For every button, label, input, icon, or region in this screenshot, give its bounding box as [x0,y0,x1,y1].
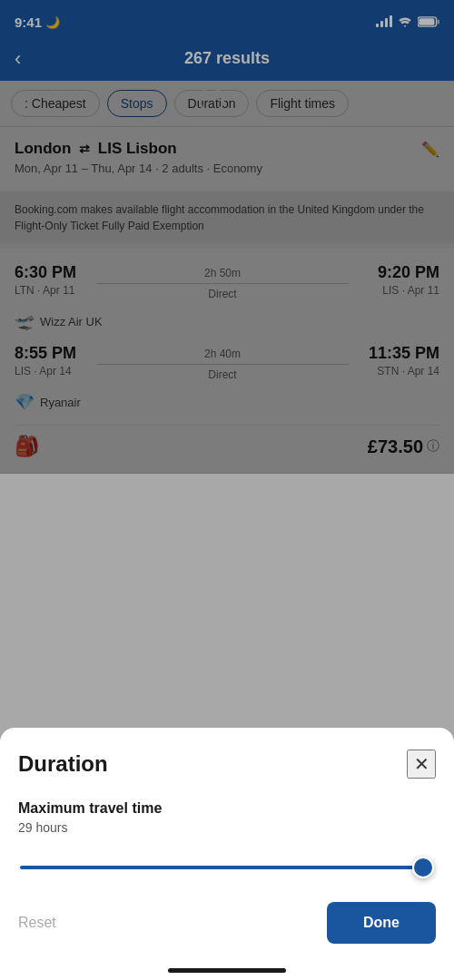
modal-max-label: Maximum travel time [18,800,436,817]
modal-header: Duration ✕ [18,750,436,779]
reset-button[interactable]: Reset [18,904,56,942]
duration-slider[interactable] [20,866,434,869]
done-button[interactable]: Done [327,902,436,944]
duration-modal: Duration ✕ Maximum travel time 29 hours … [0,728,454,980]
modal-title: Duration [18,751,108,777]
home-indicator [168,968,286,973]
duration-slider-container [18,857,436,873]
modal-max-value: 29 hours [18,820,436,835]
modal-actions: Reset Done [18,902,436,944]
modal-close-button[interactable]: ✕ [407,750,436,779]
